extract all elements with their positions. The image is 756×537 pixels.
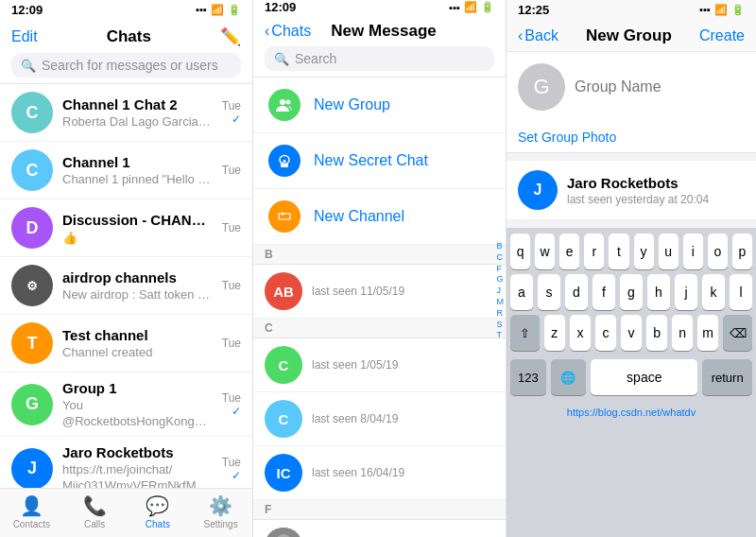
key-y[interactable]: y [634,234,654,269]
list-item[interactable]: C Channel 1 Chat 2 Roberta Dal Lago Garc… [0,84,252,142]
key-u[interactable]: u [659,234,679,269]
member-status: last seen yesterday at 20:04 [567,193,745,206]
search-icon: 🔍 [274,52,289,66]
key-g[interactable]: g [620,274,643,310]
list-item[interactable]: last seen 22/02/19 [253,520,506,537]
new-group-item[interactable]: New Group [253,78,506,133]
new-message-header: ‹ Chats New Message 🔍 Search [253,14,506,78]
list-item[interactable]: G Group 1 You @RocketbotsHongKongBot Tue… [0,372,252,437]
tab-calls[interactable]: 📞 Calls [63,494,127,529]
tab-contacts[interactable]: 👤 Contacts [0,494,63,529]
avatar: G [11,384,53,425]
chat-meta: Tue [222,337,241,350]
key-o[interactable]: o [708,234,728,269]
list-item[interactable]: J Jaro Rocketbots https://t.me/joinchat/… [0,437,252,488]
new-message-top-bar: ‹ Chats New Message [265,22,494,41]
tab-chats[interactable]: 💬 Chats [127,494,190,529]
chat-preview: Channel created [62,345,213,359]
key-q[interactable]: q [510,234,530,269]
list-item[interactable]: T Test channel Channel created Tue [0,315,252,372]
chat-subpreview: Mjjc031WmvVFRmNkfMMdQ [62,478,213,488]
tab-settings[interactable]: ⚙️ Settings [189,494,252,529]
key-f[interactable]: f [593,274,615,310]
chat-time: Tue [222,221,241,234]
key-j[interactable]: j [675,274,697,310]
chat-subpreview: @RocketbotsHongKongBot [62,414,213,428]
avatar: IC [265,454,302,492]
list-item[interactable]: IC last seen 16/04/19 [253,446,506,500]
new-secret-chat-item[interactable]: New Secret Chat [253,133,506,189]
key-m[interactable]: m [697,315,718,351]
chat-meta: Tue ✓ [222,99,241,126]
key-s[interactable]: s [538,274,560,310]
key-z[interactable]: z [544,315,565,351]
edit-button[interactable]: Edit [11,28,38,45]
list-item[interactable]: C last seen 1/05/19 [253,338,506,392]
key-b[interactable]: b [646,315,667,351]
new-channel-label: New Channel [314,208,404,225]
time-3: 12:25 [518,3,549,17]
key-c[interactable]: c [595,315,616,351]
set-group-photo-button[interactable]: Set Group Photo [507,122,756,153]
shift-key[interactable]: ⇧ [510,315,540,351]
key-w[interactable]: w [535,234,555,269]
chat-info: Test channel Channel created [62,327,213,359]
time-2: 12:09 [265,0,296,14]
list-item[interactable]: C last seen 8/04/19 [253,392,506,446]
create-button[interactable]: Create [699,27,745,44]
key-x[interactable]: x [570,315,591,351]
list-item[interactable]: ⚙ airdrop channels New airdrop : Satt to… [0,257,252,315]
chat-info: airdrop channels New airdrop : Satt toke… [62,269,213,302]
return-key[interactable]: return [702,359,752,395]
member-item-jaro[interactable]: J Jaro Rocketbots last seen yesterday at… [507,161,756,220]
key-r[interactable]: r [584,234,604,269]
key-t[interactable]: t [609,234,628,269]
key-h[interactable]: h [647,274,670,310]
contact-last-seen: last seen 11/05/19 [312,285,404,298]
contacts-section-f-header: F [253,500,506,520]
avatar: C [265,346,302,384]
avatar: C [11,92,53,133]
avatar: J [11,448,53,489]
key-n[interactable]: n [672,315,693,351]
new-message-panel: 12:09 ▪▪▪ 📶 🔋 ‹ Chats New Message 🔍 Sear… [253,0,507,537]
key-i[interactable]: i [683,234,703,269]
list-item[interactable]: C Channel 1 Channel 1 pinned "Hello I ju… [0,142,252,199]
key-d[interactable]: d [565,274,588,310]
key-p[interactable]: p [732,234,752,269]
chat-time: Tue [222,456,241,469]
chat-meta: Tue [222,164,241,177]
back-button[interactable]: ‹ Back [518,27,558,44]
emoji-key[interactable]: 🌐 [551,359,587,395]
compose-icon[interactable]: ✏️ [220,26,241,47]
new-group-panel: 12:25 ▪▪▪ 📶 🔋 ‹ Back New Group Create G … [507,0,756,537]
svg-point-3 [284,160,286,163]
key-l[interactable]: l [730,274,752,310]
avatar: D [11,207,53,249]
new-channel-item[interactable]: New Channel [253,189,506,245]
key-a[interactable]: a [510,274,533,310]
group-name-input[interactable] [575,78,756,95]
list-item[interactable]: AB last seen 11/05/19 B C F G J M R S T [253,265,506,319]
back-button[interactable]: ‹ Chats [265,23,311,40]
chats-search-bar[interactable]: 🔍 Search for messages or users [11,53,241,78]
list-item[interactable]: D Discussion - CHANNEL 1 🔔 👍 Tue [0,199,252,257]
space-key[interactable]: space [591,359,697,395]
keyboard-row-1: q w e r t y u i o p [510,234,752,269]
key-v[interactable]: v [621,315,642,351]
contacts-section-c-header: C [253,319,506,338]
avatar: ⚙ [11,265,53,306]
chat-time: Tue [222,391,241,405]
chat-time: Tue [222,99,241,113]
numbers-key[interactable]: 123 [510,359,546,395]
member-avatar: J [518,170,558,210]
key-k[interactable]: k [702,274,725,310]
key-e[interactable]: e [559,234,579,269]
chat-preview: New airdrop : Satt token (Satt) Reward :… [62,287,213,302]
new-message-search[interactable]: 🔍 Search [265,46,494,71]
svg-rect-4 [281,164,288,167]
delete-key[interactable]: ⌫ [723,315,752,351]
tab-bar: 👤 Contacts 📞 Calls 💬 Chats ⚙️ Settings [0,488,252,537]
svg-point-0 [280,99,285,105]
chat-info: Discussion - CHANNEL 1 🔔 👍 [62,212,213,245]
